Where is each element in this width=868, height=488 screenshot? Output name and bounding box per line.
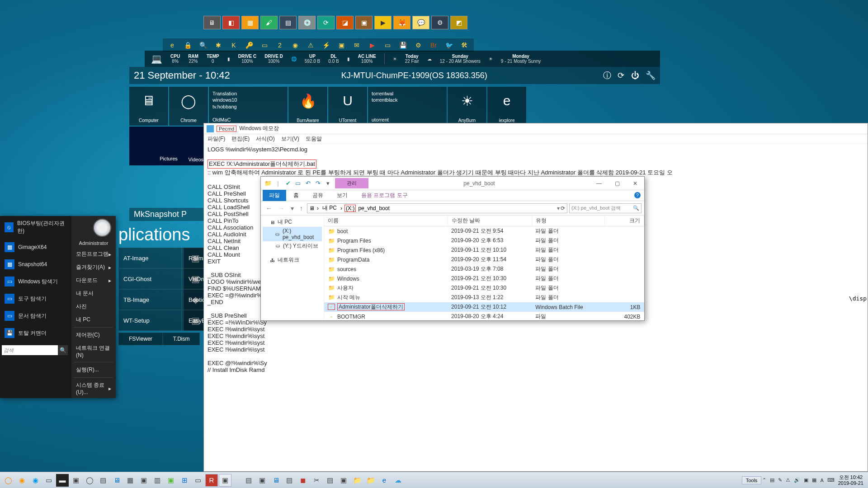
menu-view[interactable]: 보기(V) <box>281 135 299 143</box>
start-right-item[interactable]: 모든프로그램▸ <box>71 248 116 261</box>
gear-icon[interactable]: ⚙ <box>431 16 448 29</box>
tb-app[interactable]: ▣ <box>219 474 231 487</box>
brush-icon[interactable]: 🖌 <box>260 16 278 29</box>
file-row[interactable]: 📁ProgramData2019-09-20 오후 11:54파일 폴더 <box>324 255 644 264</box>
tb-icon[interactable]: 🖥 <box>269 474 282 487</box>
ribbon-apptools[interactable]: 응용 프로그램 도구 <box>355 190 414 201</box>
tb-icon[interactable]: ▤ <box>97 474 109 487</box>
tray-net-icon[interactable]: ⚠ <box>786 477 790 483</box>
address-bar[interactable]: 🖥 › 내 PC › (X:) pe_vhd_boot ▾ ⟳ <box>307 203 567 213</box>
tray-ime-icon[interactable]: A <box>820 478 823 483</box>
start-right-item[interactable]: 제어판(C) <box>71 328 116 342</box>
power-icon[interactable]: ⏻ <box>631 71 639 80</box>
file-row[interactable]: ▫Administrator폴더삭제하기2019-09-21 오전 10:12W… <box>324 302 644 312</box>
start-item[interactable]: ▦GimageX64 <box>0 239 71 256</box>
col-size[interactable]: 크기 <box>605 216 644 226</box>
start-item[interactable]: ▭도구 탐색기 <box>0 290 71 307</box>
bird-icon[interactable]: 🐦 <box>444 40 454 50</box>
box-icon[interactable]: ◪ <box>336 16 354 29</box>
ie-icon[interactable]: e <box>167 40 177 50</box>
tree-drive-x[interactable]: ⛀(X:) pe_vhd_boot <box>263 227 322 241</box>
maximize-button[interactable]: ▢ <box>608 177 626 190</box>
tb-icon[interactable]: ◉ <box>29 474 42 487</box>
tb-folder-icon[interactable]: 📁 <box>351 474 363 487</box>
start-search-button[interactable]: 🔍 <box>58 345 68 355</box>
file-row[interactable]: 📁시작 메뉴2019-09-13 오전 1:22파일 폴더 <box>324 293 644 302</box>
file-row[interactable]: 📁boot2019-09-21 오전 9:54파일 폴더 <box>324 226 644 236</box>
breadcrumb-drive[interactable]: (X:) <box>344 205 356 212</box>
square-icon[interactable]: ◩ <box>450 16 467 29</box>
tb-icon[interactable]: ▭ <box>42 474 55 487</box>
tb-win-icon[interactable]: ⊞ <box>178 474 191 487</box>
menu-format[interactable]: 서식(O) <box>256 135 274 143</box>
col-type[interactable]: 유형 <box>532 216 604 226</box>
wrench-icon[interactable]: 🔧 <box>646 71 656 80</box>
close-button[interactable]: ✕ <box>626 177 644 190</box>
tray-up-icon[interactable]: ⌃ <box>762 477 766 483</box>
tb-app[interactable]: R <box>205 474 218 487</box>
tray-icon[interactable]: ▦ <box>812 477 816 483</box>
tb-icon[interactable]: ▥ <box>151 474 164 487</box>
tile-oldmac[interactable]: Translation windows10 tv.hobbangOldMaC <box>209 87 288 126</box>
cog-icon[interactable]: ⚙ <box>413 40 423 50</box>
tb-icon[interactable]: ◯ <box>83 474 96 487</box>
start-item[interactable]: ▦Snapshot64 <box>0 256 71 273</box>
tray-icon[interactable]: ✎ <box>778 477 782 483</box>
file-row[interactable]: 📁Program Files (x86)2019-09-11 오전 10:10파… <box>324 245 644 255</box>
file-row[interactable]: 📁sources2019-03-19 오후 7:08파일 폴더 <box>324 264 644 274</box>
app-icon[interactable]: ◧ <box>222 16 240 29</box>
search-box[interactable]: (X:) pe_vhd_boot 검색🔍 <box>569 203 642 213</box>
save-icon[interactable]: 💾 <box>398 40 408 50</box>
player-icon[interactable]: ▶ <box>374 16 392 29</box>
app-wt-setup[interactable]: WT-Setup <box>118 310 182 331</box>
firefox-icon[interactable]: 🦊 <box>393 16 410 29</box>
cam-icon[interactable]: ▭ <box>259 40 269 50</box>
screen-icon[interactable]: ▣ <box>336 40 346 50</box>
notepad-titlebar[interactable]: Pecmd Windows 메모장 <box>204 123 868 134</box>
circle-icon[interactable]: ◉ <box>290 40 300 50</box>
app-tb-image[interactable]: TB-Image <box>118 289 182 310</box>
tile-burnaware[interactable]: 🔥BurnAware <box>288 87 327 126</box>
bolt-icon[interactable]: ⚡ <box>321 40 331 50</box>
ribbon-home[interactable]: 홈 <box>287 190 305 201</box>
qat-undo[interactable]: ↶ <box>304 180 311 187</box>
addr-dropdown-icon[interactable]: ▾ <box>557 205 560 211</box>
start-item[interactable]: ▭Windows 탐색기 <box>0 273 71 290</box>
col-date[interactable]: 수정한 날짜 <box>448 216 532 226</box>
start-right-item[interactable]: 다운로드▸ <box>71 274 116 287</box>
qat-props[interactable]: ▭ <box>294 180 302 187</box>
menu-edit[interactable]: 편집(E) <box>231 135 250 143</box>
tile-utorrent-links[interactable]: torrentwal torrentblackutorrent <box>368 87 447 126</box>
k-icon[interactable]: K <box>229 40 239 50</box>
app-rsima[interactable]: RSIma <box>184 248 206 268</box>
disc-icon[interactable]: 💿 <box>298 16 316 29</box>
red-icon[interactable]: ▶ <box>367 40 377 50</box>
start-item[interactable]: ▭문서 탐색기 <box>0 307 71 324</box>
start-right-item[interactable]: 실행(R)... <box>71 363 116 376</box>
tb-icon[interactable]: ◉ <box>15 474 28 487</box>
tb-icon[interactable]: ✂ <box>310 474 323 487</box>
qat-check[interactable]: ✔ <box>284 180 292 187</box>
taskbar-clock[interactable]: 오전 10:422019-09-21 <box>835 474 866 485</box>
doc-icon[interactable]: ▤ <box>279 16 297 29</box>
back-button[interactable]: ← <box>264 205 274 212</box>
tree-network[interactable]: 🖧네트워크 <box>263 255 322 265</box>
start-right-item[interactable]: 즐겨찾기(A)▸ <box>71 261 116 274</box>
breadcrumb-folder[interactable]: pe_vhd_boot <box>357 205 391 211</box>
tb-icon[interactable]: ▤ <box>242 474 255 487</box>
tb-icon[interactable]: ◼ <box>297 474 309 487</box>
tb-icon[interactable]: ▤ <box>283 474 296 487</box>
breadcrumb-pc[interactable]: 내 PC <box>321 204 338 212</box>
tray-icon[interactable]: ▣ <box>804 477 808 483</box>
br-icon[interactable]: Br <box>429 40 439 50</box>
tb-cloud-icon[interactable]: ☁ <box>392 474 404 487</box>
tools-icon[interactable]: 🛠 <box>459 40 469 50</box>
two-icon[interactable]: 2 <box>275 40 285 50</box>
file-row[interactable]: 📁사용자2019-09-21 오전 10:30파일 폴더 <box>324 283 644 293</box>
lock-icon[interactable]: 🔒 <box>183 40 193 50</box>
up-button[interactable]: ↑ <box>297 205 305 212</box>
start-right-item[interactable]: 내 PC <box>71 313 116 326</box>
tab-tdism[interactable]: T.Dism <box>163 333 200 345</box>
minimize-button[interactable]: — <box>590 177 608 190</box>
search-icon[interactable]: 🔍 <box>198 40 208 50</box>
